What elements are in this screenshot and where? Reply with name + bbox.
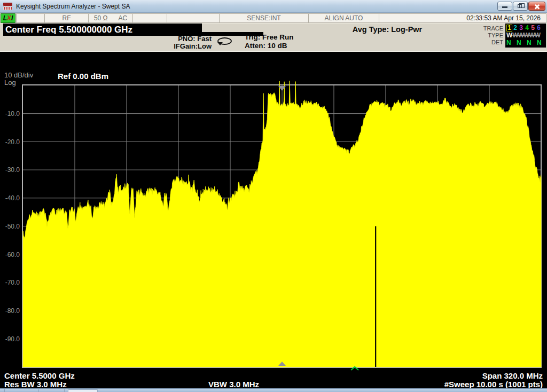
y-tick-label: -90.0: [0, 335, 20, 343]
rbw-annotation: Res BW 3.0 MHz: [4, 380, 67, 389]
trace-type-active: W: [506, 32, 512, 39]
status-segment-blank-3: [167, 13, 220, 23]
log-scale-label: Log: [4, 79, 16, 87]
trace-register-panel[interactable]: 123456 WWWWWW N N N N N N: [505, 23, 546, 48]
taskbar-separator: [64, 389, 65, 392]
app-icon: [3, 3, 12, 10]
impedance-label: 50 Ω: [94, 14, 108, 22]
status-segment-rf: RF: [44, 13, 89, 23]
spectrum-plot: [22, 75, 542, 372]
y-tick-label: -50.0: [0, 223, 20, 230]
spectrum-display: 10 dB/div Log Ref 0.00 dBm -10.0-20.0-30…: [0, 52, 547, 371]
status-segment-blank-1: [16, 13, 45, 23]
vbw-annotation: VBW 3.0 MHz: [208, 380, 259, 389]
trace-detector-row: N N N N N N: [506, 39, 546, 46]
trace-number-6[interactable]: 6: [536, 24, 542, 32]
taskbar-strip: [0, 388, 547, 392]
measurement-bar: Center Freq 5.500000000 GHz Avg Type: Lo…: [0, 23, 547, 52]
window-title: Keysight Spectrum Analyzer - Swept SA: [16, 3, 130, 10]
status-bar: LXI RF 50 Ω AC SENSE:INT ALIGN AUTO 02:3…: [0, 13, 547, 23]
y-tick-label: -70.0: [0, 279, 20, 286]
lxi-label-i: I: [11, 14, 13, 22]
sense-label: SENSE:INT: [247, 14, 280, 22]
continuous-sweep-icon: [216, 37, 233, 46]
trace-type-inactive: WWWWW: [512, 32, 540, 39]
app-window: Keysight Spectrum Analyzer - Swept SA LX…: [0, 0, 547, 392]
y-tick-label: -40.0: [0, 194, 20, 202]
coupling-label: AC: [118, 14, 127, 22]
y-tick-label: -20.0: [0, 138, 20, 146]
trace-numbers-row: 123456: [506, 24, 546, 32]
trace-number-5[interactable]: 5: [530, 24, 536, 32]
trace-row-label: TRACE: [472, 25, 503, 32]
trace-number-1[interactable]: 1: [506, 25, 512, 32]
type-row-label: TYPE: [472, 32, 503, 38]
ifgain-label: IFGain:Low: [160, 43, 212, 50]
trace-number-3[interactable]: 3: [518, 24, 524, 32]
span-annotation: Span 320.0 MHz: [482, 371, 543, 380]
trace-number-4[interactable]: 4: [524, 24, 530, 32]
status-segment-sense: SENSE:INT: [219, 13, 309, 23]
pno-ifgain-block: PNO: Fast IFGain:Low: [160, 35, 212, 50]
y-tick-label: -10.0: [0, 110, 20, 117]
taskbar-separator: [4, 389, 5, 392]
status-segment-blank-2: [132, 13, 167, 23]
trace-1-area: [23, 81, 541, 367]
trace-type-row: WWWWWW: [506, 32, 546, 39]
y-tick-label: -80.0: [0, 307, 20, 315]
close-button[interactable]: [528, 2, 545, 11]
annotation-footer: Center 5.5000 GHz Span 320.0 MHz Res BW …: [0, 371, 547, 388]
window-controls: [497, 2, 545, 11]
center-annotation: Center 5.5000 GHz: [4, 371, 75, 380]
lxi-label: L: [3, 14, 7, 22]
taskbar-separator: [38, 389, 39, 392]
rf-label: RF: [62, 14, 71, 22]
status-segment-datetime: 02:33:53 AM Apr 15, 2026: [379, 13, 546, 23]
status-segment-align: ALIGN AUTO: [308, 13, 379, 23]
minimize-button[interactable]: [497, 2, 512, 11]
lxi-indicator: LXI: [1, 13, 15, 23]
taskbar-button[interactable]: [68, 389, 98, 392]
datetime-label: 02:33:53 AM Apr 15, 2026: [466, 14, 541, 22]
trace-number-2[interactable]: 2: [512, 24, 518, 32]
restore-icon: [518, 4, 522, 8]
det-row-label: DET: [472, 39, 503, 45]
restore-button[interactable]: [513, 2, 528, 11]
minimize-icon: [502, 6, 507, 8]
trace-dropout-line: [375, 226, 376, 367]
center-freq-readout[interactable]: Center Freq 5.500000000 GHz: [3, 23, 202, 36]
atten-label: Atten: 10 dB: [245, 42, 294, 50]
status-segment-input: 50 Ω AC: [88, 13, 133, 23]
title-bar[interactable]: Keysight Spectrum Analyzer - Swept SA: [0, 0, 547, 13]
y-tick-label: -60.0: [0, 251, 20, 258]
trig-atten-block: Trig: Free Run Atten: 10 dB: [245, 33, 294, 50]
y-tick-label: -30.0: [0, 166, 20, 174]
align-label: ALIGN AUTO: [325, 14, 363, 22]
avg-type-readout[interactable]: Avg Type: Log-Pwr: [299, 25, 475, 34]
lxi-label-x: X: [7, 14, 11, 22]
pno-label: PNO: Fast: [160, 35, 212, 43]
trig-label: Trig: Free Run: [245, 33, 294, 42]
sweep-annotation: #Sweep 10.00 s (1001 pts): [444, 380, 543, 389]
